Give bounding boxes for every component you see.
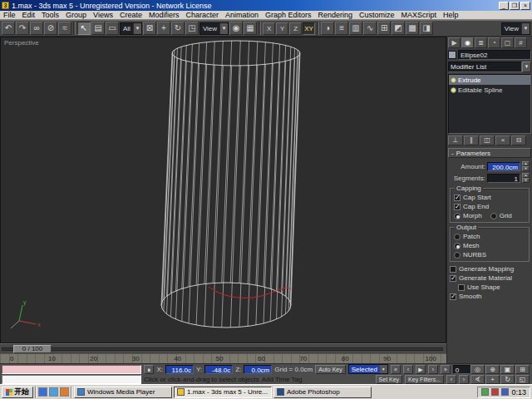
- radio-button[interactable]: Patch: [452, 232, 527, 241]
- modifier-stack-item[interactable]: Editable Spline: [449, 85, 530, 95]
- parameters-rollout-header[interactable]: - Parameters: [448, 148, 531, 158]
- tab-modify[interactable]: ◉: [461, 37, 474, 48]
- set-key-button[interactable]: Set Key: [376, 375, 403, 384]
- redo-icon[interactable]: ↷: [16, 22, 29, 35]
- previous-key-button[interactable]: ‹: [446, 375, 456, 384]
- tray-network-icon[interactable]: [501, 388, 509, 396]
- go-to-start-button[interactable]: «: [391, 365, 401, 374]
- taskbar-task-button[interactable]: 1.max - 3ds max 5 - Unre...: [174, 387, 272, 398]
- mirror-icon[interactable]: ◑: [321, 22, 334, 35]
- add-time-tag[interactable]: Add Time Tag: [262, 376, 303, 383]
- z-coordinate-field[interactable]: 0.0cm: [244, 365, 272, 374]
- remove-modifier-button[interactable]: ×: [495, 135, 510, 145]
- selection-set-dropdown[interactable]: Selected ▼: [348, 364, 388, 374]
- view-dropdown[interactable]: View ▼: [501, 22, 530, 35]
- track-bar[interactable]: 0102030405060708090100: [0, 353, 446, 363]
- select-and-manipulate-icon[interactable]: ▦: [244, 22, 257, 35]
- use-center-icon[interactable]: ◉: [229, 22, 243, 35]
- minimize-button[interactable]: _: [499, 2, 509, 10]
- menu-item[interactable]: Customize: [356, 11, 398, 19]
- tab-hierarchy[interactable]: ≣: [475, 37, 487, 48]
- checkbox[interactable]: Smooth: [448, 292, 531, 301]
- min-max-toggle-icon[interactable]: ◱: [515, 375, 530, 384]
- schematic-view-icon[interactable]: ⊞: [377, 22, 391, 35]
- select-and-rotate-icon[interactable]: ↻: [171, 22, 185, 35]
- bulb-icon[interactable]: [451, 87, 456, 93]
- menu-item[interactable]: Help: [440, 11, 462, 19]
- segments-spinner[interactable]: ▲▼: [522, 173, 530, 183]
- start-button[interactable]: 开始: [2, 387, 33, 398]
- zoom-icon[interactable]: ◎: [470, 365, 485, 374]
- go-to-end-button[interactable]: »: [441, 365, 451, 374]
- checkbox[interactable]: Generate Mapping: [448, 264, 531, 273]
- menu-item[interactable]: Create: [116, 11, 145, 19]
- select-object-icon[interactable]: ↖: [77, 22, 91, 35]
- pan-icon[interactable]: +: [485, 375, 500, 384]
- menu-item[interactable]: MAXScript: [398, 11, 441, 19]
- restrict-z-button[interactable]: Z: [289, 22, 302, 35]
- checkbox[interactable]: Generate Material: [448, 273, 531, 283]
- restrict-xy-button[interactable]: XY: [303, 22, 315, 35]
- select-by-name-icon[interactable]: ▤: [91, 22, 105, 35]
- bind-to-space-warp-icon[interactable]: ≈: [58, 22, 71, 35]
- window-crossing-icon[interactable]: ⊠: [143, 22, 156, 35]
- menu-item[interactable]: Graph Editors: [262, 11, 315, 19]
- menu-item[interactable]: Group: [62, 11, 90, 19]
- undo-icon[interactable]: ↶: [2, 22, 15, 35]
- render-scene-icon[interactable]: ▩: [406, 22, 419, 35]
- menu-item[interactable]: Edit: [19, 11, 39, 19]
- amount-field[interactable]: 200.0cm: [487, 162, 520, 171]
- tray-volume-icon[interactable]: [481, 388, 489, 396]
- radio-button[interactable]: Morph: [452, 211, 484, 220]
- zoom-all-icon[interactable]: ⊕: [485, 365, 500, 374]
- layer-manager-icon[interactable]: ▥: [349, 22, 362, 35]
- curve-editor-icon[interactable]: ∿: [363, 22, 377, 35]
- tab-motion[interactable]: ◔: [488, 37, 500, 48]
- tray-input-icon[interactable]: [491, 388, 499, 396]
- menu-item[interactable]: Modifiers: [145, 11, 183, 19]
- quick-render-icon[interactable]: ◨: [420, 22, 433, 35]
- bulb-icon[interactable]: [451, 77, 456, 83]
- maxscript-mini-listener-output[interactable]: [2, 375, 141, 384]
- lock-selection-button[interactable]: ∎: [144, 365, 154, 374]
- next-key-button[interactable]: ›: [459, 375, 469, 384]
- make-unique-button[interactable]: ◫: [480, 135, 495, 145]
- radio-button[interactable]: Mesh: [452, 241, 527, 250]
- menu-item[interactable]: File: [0, 11, 19, 19]
- taskbar-task-button[interactable]: Windows Media Player: [74, 387, 172, 398]
- checkbox[interactable]: Use Shape: [448, 283, 531, 292]
- perspective-viewport[interactable]: x y Perspective: [0, 37, 446, 343]
- arc-rotate-icon[interactable]: ↻: [500, 375, 515, 384]
- taskbar-task-button[interactable]: Adobe Photoshop: [273, 387, 372, 398]
- viewport-label[interactable]: Perspective: [4, 39, 39, 47]
- time-slider-handle[interactable]: 0 / 100: [13, 345, 52, 353]
- quick-launch-wmp-icon[interactable]: [60, 387, 69, 397]
- segments-field[interactable]: 1: [487, 174, 520, 183]
- select-and-link-icon[interactable]: ∞: [30, 22, 43, 35]
- select-and-scale-icon[interactable]: ◳: [185, 22, 199, 35]
- modifier-stack-item[interactable]: Extrude: [449, 75, 530, 85]
- maximize-button[interactable]: ❐: [510, 2, 520, 10]
- close-button[interactable]: ×: [520, 2, 530, 10]
- align-icon[interactable]: ≡: [335, 22, 348, 35]
- maxscript-mini-listener[interactable]: [2, 365, 141, 374]
- field-of-view-icon[interactable]: ∢: [470, 375, 485, 384]
- quick-launch-desktop-icon[interactable]: [38, 387, 47, 397]
- menu-item[interactable]: Views: [90, 11, 116, 19]
- time-slider-track[interactable]: [2, 347, 443, 351]
- checkbox[interactable]: Cap End: [452, 202, 527, 211]
- play-button[interactable]: ▶: [416, 365, 426, 374]
- previous-frame-button[interactable]: ‹: [403, 365, 413, 374]
- zoom-extents-icon[interactable]: ▣: [500, 365, 515, 374]
- next-frame-button[interactable]: ›: [428, 365, 438, 374]
- zoom-extents-all-icon[interactable]: ⊞: [515, 365, 530, 374]
- checkbox[interactable]: Cap Start: [452, 193, 527, 202]
- show-end-result-button[interactable]: ∥: [464, 135, 479, 145]
- menu-item[interactable]: Character: [182, 11, 222, 19]
- material-editor-icon[interactable]: ◩: [392, 22, 405, 35]
- tab-utilities[interactable]: #: [515, 37, 527, 48]
- selection-region-icon[interactable]: ▭: [106, 22, 119, 35]
- object-color-swatch[interactable]: [448, 51, 456, 59]
- pin-stack-button[interactable]: ⊥: [448, 135, 463, 145]
- radio-button[interactable]: NURBS: [452, 250, 527, 259]
